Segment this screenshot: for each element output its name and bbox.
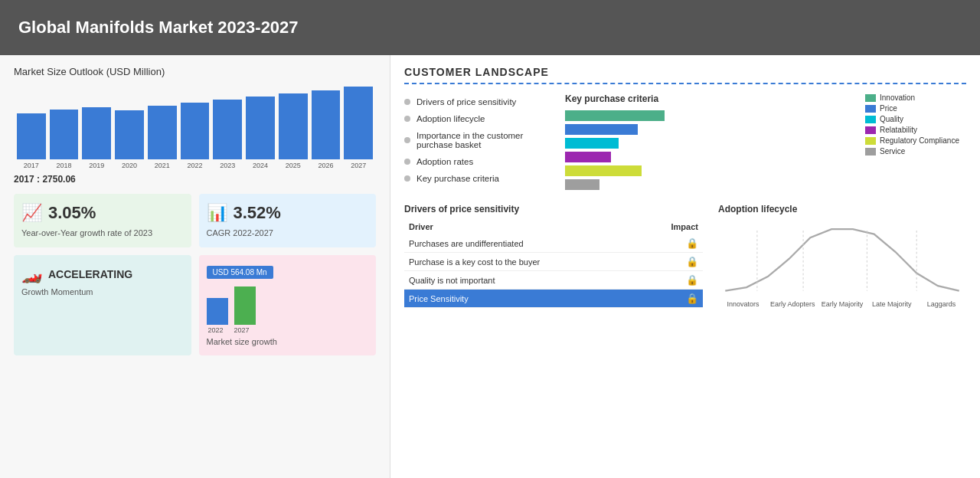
legend-item-1: Price [865,104,966,113]
main-content: Market Size Outlook (USD Million) 201720… [0,55,980,478]
cagr-icon: 📊 [207,203,227,223]
driver-label-3: Price Sensitivity [404,290,642,308]
year-2022-label: 2022 [208,326,224,334]
nav-item-4[interactable]: Key purchase criteria [404,170,557,187]
nav-item-0[interactable]: Drivers of price sensitivity [404,93,557,110]
speedometer-icon: 🏎️ [21,264,42,284]
accel-title: ACCELERATING [48,268,132,280]
nav-item-label-0: Drivers of price sensitivity [416,97,516,106]
legend-label-4: Regulatory Compliance [880,136,959,145]
bar-col-2027: 2027 [344,87,373,169]
bar-col-2021: 2021 [148,106,177,169]
nav-item-label-3: Adoption rates [416,157,473,166]
bar-year-label-2027: 2027 [351,162,366,169]
drivers-section: Drivers of price sensitivity Driver Impa… [404,204,703,308]
driver-impact-0: 🔒 [642,234,703,253]
bar-2017 [17,113,46,159]
hbar-row-1 [565,124,851,135]
driver-label-0: Purchases are undifferentiated [404,234,642,253]
lock-icon-2: 🔒 [686,274,698,286]
metrics-row-1: 📈 3.05% Year-over-Year growth rate of 20… [14,194,376,247]
legend-item-4: Regulatory Compliance [865,136,966,145]
driver-label-1: Purchase is a key cost to the buyer [404,253,642,271]
right-panel: CUSTOMER LANDSCAPE Drivers of price sens… [390,55,980,478]
year-2027-label: 2027 [234,326,250,334]
bar-2021 [148,106,177,159]
legend-swatch-4 [865,137,876,145]
bar-col-2023: 2023 [213,100,242,169]
bottom-section: Drivers of price sensitivity Driver Impa… [404,204,966,308]
nav-dot-4 [404,175,410,182]
hbar-row-3 [565,152,851,162]
adoption-chart-area [718,221,966,297]
bar-year-label-2025: 2025 [286,162,301,169]
growth-icon: 📈 [21,203,42,223]
hbar-price [565,124,638,135]
bar-2018 [50,110,79,159]
driver-impact-3: 🔒 [642,290,703,308]
driver-label-2: Quality is not important [404,271,642,290]
hbar-row-4 [565,165,851,176]
legend-swatch-3 [865,126,876,134]
bar-2022 [181,103,210,159]
nav-item-3[interactable]: Adoption rates [404,153,557,170]
legend-label-0: Innovation [880,93,915,102]
adoption-label-0: Innovators [718,300,768,308]
legend-label-2: Quality [880,115,903,123]
lock-icon-3: 🔒 [686,293,698,304]
adoption-labels-row: InnovatorsEarly AdoptersEarly MajorityLa… [718,300,966,308]
cagr-card: 📊 3.52% CAGR 2022-2027 [199,194,377,247]
bar-col-2017: 2017 [17,113,46,169]
bar-chart-right-title: Key purchase criteria [565,93,851,104]
legend-label-3: Relatability [880,126,917,134]
nav-item-label-1: Adoption lifecycle [416,114,485,123]
nav-item-label-2: Importance in the customer purchase bask… [416,131,557,149]
market-size-card: USD 564.08 Mn 2022 2027 Market size grow… [199,255,377,355]
bar-2023 [213,100,242,159]
nav-item-1[interactable]: Adoption lifecycle [404,110,557,127]
adoption-section: Adoption lifecycle InnovatorsEarly Adopt… [718,204,966,308]
legend-item-2: Quality [865,115,966,123]
customer-landscape-title: CUSTOMER LANDSCAPE [404,66,966,84]
bar-2022 [207,298,228,325]
bar-2027 [234,286,256,325]
top-section: Drivers of price sensitivityAdoption lif… [404,93,966,193]
drivers-table: Driver Impact Purchases are undifferenti… [404,219,703,308]
market-growth-label: Market size growth [207,337,369,346]
nav-dot-2 [404,137,410,143]
hbar-service [565,179,599,190]
driver-row-0: Purchases are undifferentiated🔒 [404,234,703,253]
bar-col-2024: 2024 [246,97,275,169]
adoption-label-2: Early Majority [818,300,867,308]
accel-subtitle: Growth Momentum [21,287,93,296]
hbar-row-2 [565,138,851,149]
nav-item-label-4: Key purchase criteria [416,174,499,183]
bar-year-label-2020: 2020 [122,162,137,169]
bar-year-label-2026: 2026 [318,162,333,169]
legend-item-5: Service [865,147,966,156]
bar-col-2020: 2020 [115,110,144,169]
left-panel: Market Size Outlook (USD Million) 201720… [0,55,390,478]
hbar-innovation [565,110,665,121]
yoy-card: 📈 3.05% Year-over-Year growth rate of 20… [14,194,191,247]
cagr-value: 3.52% [234,203,281,223]
nav-item-2[interactable]: Importance in the customer purchase bask… [404,127,557,153]
legend-swatch-2 [865,116,876,123]
legend-swatch-1 [865,105,876,113]
year-numeric-value: 2750.06 [42,174,75,185]
adoption-curve-svg [718,221,966,297]
bar-year-label-2023: 2023 [220,162,235,169]
legend-label-5: Service [880,147,905,156]
bar-col-2018: 2018 [50,110,79,169]
market-badge: USD 564.08 Mn [207,266,273,279]
bar-2024 [246,97,275,159]
accelerating-card: 🏎️ ACCELERATING Growth Momentum [14,255,191,355]
bar-year-label-2019: 2019 [89,162,104,169]
year-value-row: 2017 : 2750.06 [14,174,376,185]
bar-year-label-2022: 2022 [188,162,203,169]
bar-col-2022: 2022 [181,103,210,169]
driver-impact-2: 🔒 [642,271,703,290]
bar-year-label-2017: 2017 [24,162,39,169]
nav-dot-3 [404,159,410,165]
yoy-label: Year-over-Year growth rate of 2023 [21,228,184,238]
